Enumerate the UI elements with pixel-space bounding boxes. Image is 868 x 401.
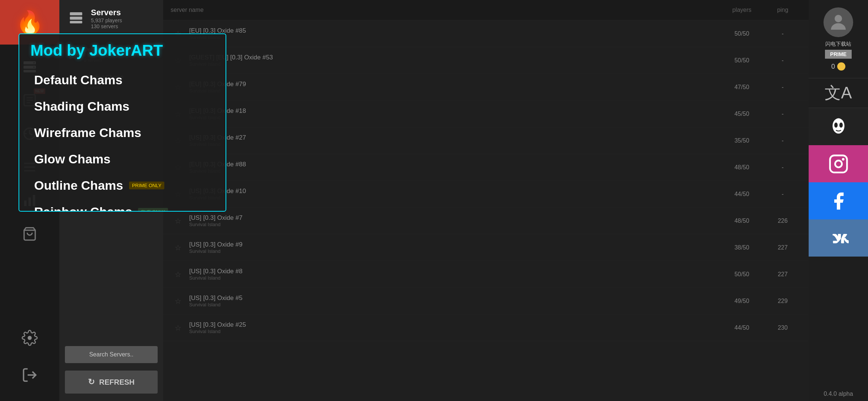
avatar-icon	[827, 11, 849, 33]
item-badge: PRIME ONLY	[129, 182, 164, 189]
search-servers-button[interactable]: Search Servers..	[65, 346, 158, 363]
site-label: 闪电下载站	[825, 41, 851, 48]
logout-icon	[22, 367, 38, 383]
prime-badge: PRIME	[825, 50, 852, 59]
coin-icon	[837, 62, 845, 71]
popup-menu-item[interactable]: Outline ChamsPRIME ONLY	[27, 172, 218, 199]
popup-menu-item[interactable]: Wireframe Chams	[27, 120, 218, 146]
translate-button[interactable]: 文A	[809, 78, 868, 108]
svg-point-24	[835, 15, 842, 22]
popup-item-label: Rainbow Chams	[34, 205, 132, 211]
social-item-facebook[interactable]	[809, 182, 868, 219]
coin-count: 0	[831, 63, 835, 71]
vk-icon	[828, 228, 849, 248]
refresh-icon: ↻	[88, 377, 95, 387]
server-panel-header: Servers 5,937 players 130 servers	[59, 0, 163, 37]
svg-point-29	[835, 160, 842, 167]
popup-menu-item[interactable]: Default Chams	[27, 67, 218, 93]
coin-row: 0	[831, 62, 845, 71]
chams-popup: Mod by JokerART Default ChamsShading Cha…	[19, 33, 226, 212]
facebook-icon	[828, 191, 849, 211]
refresh-button[interactable]: ↻ REFRESH	[65, 371, 158, 394]
nav-item-shop[interactable]	[11, 219, 48, 249]
flame-icon: 🔥	[16, 9, 44, 36]
right-top-section: 闪电下载站 PRIME 0	[809, 0, 868, 78]
user-avatar	[823, 7, 853, 37]
popup-title: Mod by JokerART	[19, 34, 226, 63]
instagram-icon	[828, 154, 849, 174]
svg-point-30	[842, 158, 844, 160]
popup-menu-item[interactable]: Glow Chams	[27, 146, 218, 172]
logout-button[interactable]	[11, 360, 48, 390]
svg-point-27	[839, 123, 842, 128]
translate-icon: 文A	[825, 82, 852, 104]
server-panel-players: 5,937 players	[91, 17, 122, 23]
popup-item-label: Shading Chams	[34, 99, 129, 114]
alien-icon	[828, 117, 849, 137]
popup-item-label: Default Chams	[34, 73, 122, 87]
popup-menu-item[interactable]: Shading Chams	[27, 93, 218, 120]
social-item-instagram[interactable]	[809, 145, 868, 182]
svg-point-17	[28, 336, 32, 340]
settings-icon	[22, 330, 38, 346]
svg-rect-28	[830, 155, 847, 172]
social-icons	[809, 108, 868, 401]
version-badge: 0.4.0 alpha	[809, 387, 868, 401]
shop-icon	[22, 226, 37, 241]
server-header-text: Servers 5,937 players 130 servers	[91, 8, 122, 29]
settings-button[interactable]	[11, 323, 48, 353]
popup-item-label: Wireframe Chams	[34, 125, 141, 140]
popup-item-label: Glow Chams	[34, 152, 111, 166]
popup-menu-item[interactable]: Rainbow ChamsPVE ONLY	[27, 199, 218, 211]
svg-point-26	[834, 123, 838, 128]
server-header-icon	[67, 10, 85, 27]
popup-items: Default ChamsShading ChamsWireframe Cham…	[19, 63, 226, 211]
item-badge: PVE ONLY	[138, 208, 168, 211]
background-blur	[163, 0, 809, 401]
popup-item-label: Outline Chams	[34, 178, 123, 193]
social-item-vk[interactable]	[809, 219, 868, 257]
svg-rect-20	[70, 16, 82, 19]
server-panel-title: Servers	[91, 8, 122, 17]
refresh-label: REFRESH	[99, 378, 135, 387]
right-sidebar: 闪电下载站 PRIME 0 文A	[809, 0, 868, 401]
servers-icon	[67, 10, 85, 25]
svg-rect-21	[70, 21, 82, 23]
svg-rect-19	[70, 12, 82, 15]
social-item-alien[interactable]	[809, 108, 868, 145]
server-panel-count: 130 servers	[91, 23, 122, 29]
